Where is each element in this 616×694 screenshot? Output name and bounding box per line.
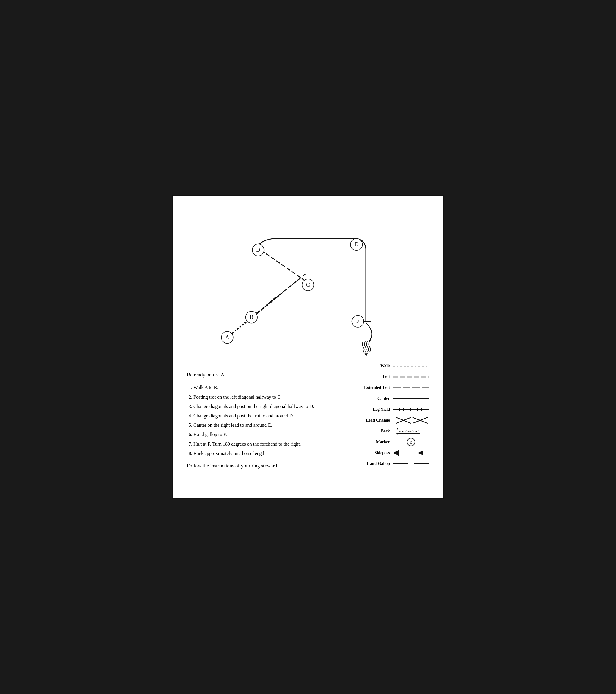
svg-text:B: B [410, 440, 412, 444]
svg-text:F: F [356, 318, 359, 324]
legend-extended-trot: Extended Trot [336, 384, 429, 392]
legend-marker: Marker B [336, 438, 429, 446]
legend-sidepass-symbol [393, 449, 429, 457]
bottom-section: Be ready before A. Walk A to B. Posting … [187, 368, 429, 470]
legend-trot-symbol [393, 373, 429, 381]
legend-walk-label: Walk [360, 364, 390, 368]
svg-marker-43 [418, 451, 423, 455]
legend-extended-trot-label: Extended Trot [360, 385, 390, 390]
legend-hand-gallop-label: Hand Gallop [360, 461, 390, 466]
svg-text:C: C [306, 281, 310, 288]
legend-trot: Trot [336, 373, 429, 381]
legend-back-symbol [393, 427, 429, 435]
legend-marker-symbol: B [393, 438, 429, 446]
legend-hand-gallop-symbol [393, 459, 429, 468]
diagram-area: A B C D E F [187, 208, 429, 365]
legend-lead-change-label: Lead Change [360, 418, 390, 423]
svg-marker-37 [396, 427, 398, 430]
legend-leg-yield-symbol [393, 405, 429, 414]
legend-back: Back [336, 427, 429, 435]
svg-marker-41 [393, 450, 399, 456]
legend-canter: Canter [336, 395, 429, 403]
legend-back-label: Back [360, 429, 390, 434]
legend-trot-label: Trot [360, 375, 390, 379]
legend-leg-yield-label: Leg Yield [360, 407, 390, 412]
svg-marker-38 [396, 433, 398, 435]
legend: Walk Trot Extended Trot [336, 362, 429, 470]
svg-text:B: B [250, 314, 253, 320]
legend-lead-change: Lead Change [336, 416, 429, 425]
legend-marker-label: Marker [360, 440, 390, 444]
legend-extended-trot-symbol [393, 384, 429, 392]
svg-marker-5 [368, 339, 371, 342]
svg-marker-6 [365, 353, 368, 356]
legend-hand-gallop: Hand Gallop [336, 459, 429, 468]
page: A B C D E F Be ready before A. [173, 195, 443, 499]
legend-walk: Walk [336, 362, 429, 370]
legend-sidepass-label: Sidepass [360, 451, 390, 455]
legend-leg-yield: Leg Yield [336, 405, 429, 414]
legend-lead-change-symbol [393, 416, 429, 425]
legend-sidepass: Sidepass [336, 449, 429, 457]
svg-text:E: E [355, 241, 358, 247]
legend-canter-label: Canter [360, 396, 390, 401]
svg-text:A: A [225, 334, 229, 340]
svg-text:D: D [256, 246, 260, 253]
legend-canter-symbol [393, 395, 429, 403]
legend-walk-symbol [393, 362, 429, 370]
